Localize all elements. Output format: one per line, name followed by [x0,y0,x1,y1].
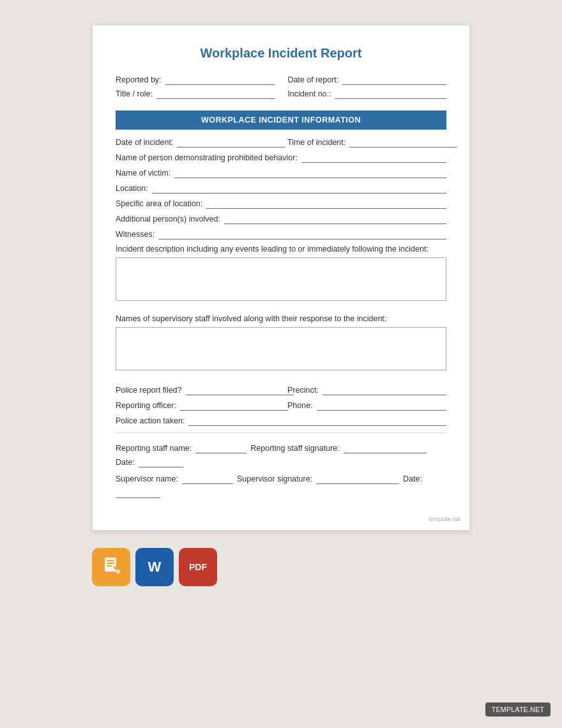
incident-no-input[interactable] [335,89,446,99]
staff-name-label: Reporting staff name: [116,444,192,453]
divider [116,432,446,433]
date-of-report-input[interactable] [342,75,446,85]
police-filed-row: Police report filed? Precinct: [116,385,446,395]
witnesses-label: Witnesses: [116,230,155,239]
officer-input[interactable] [180,400,288,411]
officer-label: Reporting officer: [116,401,176,410]
police-action-row: Police action taken: [116,416,446,426]
victim-label: Name of victim: [116,169,171,178]
supervisor-name-input[interactable] [182,474,233,484]
word-icon-button[interactable]: W [135,548,174,586]
police-filed-label: Police report filed? [116,386,182,395]
svg-rect-3 [107,565,112,566]
prohibited-behavior-row: Name of person demonstrating prohibited … [116,153,446,163]
additional-persons-label: Additional person(s) involved: [116,215,220,224]
time-incident-input[interactable] [349,137,457,148]
header-right: Date of report: Incident no.: [287,75,446,103]
phone-right: Phone: [287,400,446,411]
reported-by-row: Reported by: [116,75,275,85]
title-role-label: Title / role: [116,89,153,98]
section-header: WORKPLACE INCIDENT INFORMATION [116,110,446,130]
officer-phone-row: Reporting officer: Phone: [116,400,446,411]
police-action-input[interactable] [188,416,446,426]
reported-by-input[interactable] [165,75,275,85]
document-title: Workplace Incident Report [116,46,446,61]
phone-input[interactable] [317,400,446,411]
staff-sig-label: Reporting staff signature: [250,444,339,453]
date-of-report-label: Date of report: [287,75,338,84]
reported-by-label: Reported by: [116,75,162,84]
officer-left: Reporting officer: [116,400,281,411]
template-badge: TEMPLATE.NET [485,702,551,717]
date-incident-label: Date of incident: [116,138,173,147]
supervisor-date-input[interactable] [116,488,160,498]
staff-sig-input[interactable] [344,443,427,453]
precinct-right: Precinct: [287,385,446,395]
word-icon: W [148,559,162,575]
header-fields: Reported by: Title / role: Date of repor… [116,75,446,103]
specific-area-label: Specific area of location: [116,199,202,208]
date-incident-input[interactable] [177,137,285,148]
supervisor-name-label: Supervisor name: [116,474,178,483]
location-label: Location: [116,184,148,193]
staff-sig-row: Reporting staff name: Reporting staff si… [116,443,446,467]
svg-rect-1 [107,560,114,561]
header-left: Reported by: Title / role: [116,75,275,103]
pdf-icon: PDF [189,562,207,572]
svg-rect-2 [107,563,114,564]
title-role-row: Title / role: [116,89,275,99]
supervisory-staff-textarea[interactable] [116,327,446,370]
location-input[interactable] [152,183,446,193]
pages-icon-button[interactable]: ✎ [92,548,130,586]
staff-name-input[interactable] [195,443,247,453]
svg-text:✎: ✎ [117,570,119,573]
supervisor-sig-label: Supervisor signature: [237,474,312,483]
supervisor-sig-input[interactable] [316,474,399,484]
pdf-icon-button[interactable]: PDF [179,548,217,586]
supervisor-date-label: Date: [403,474,422,483]
time-incident-label: Time of incident: [287,138,346,147]
police-action-label: Police action taken: [116,416,185,425]
svg-rect-0 [105,557,116,572]
staff-date-input[interactable] [139,457,183,467]
page-wrapper: Workplace Incident Report Reported by: T… [0,0,562,599]
date-left: Date of incident: [116,137,281,148]
incident-no-label: Incident no.: [287,89,331,98]
specific-area-row: Specific area of location: [116,199,446,209]
precinct-input[interactable] [323,385,446,395]
police-filed-input[interactable] [186,385,294,395]
police-section: Police report filed? Precinct: Reporting… [116,385,446,426]
date-time-row: Date of incident: Time of incident: [116,137,446,148]
supervisor-sig-row: Supervisor name: Supervisor signature: D… [116,474,446,498]
pages-icon: ✎ [102,556,121,579]
specific-area-input[interactable] [206,199,446,209]
additional-persons-input[interactable] [224,214,446,224]
staff-date-label: Date: [116,458,135,467]
incident-desc-label: Incident description including any event… [116,245,446,254]
title-role-input[interactable] [156,89,275,99]
victim-row: Name of victim: [116,168,446,178]
phone-label: Phone: [287,401,313,410]
date-of-report-row: Date of report: [287,75,446,85]
precinct-label: Precinct: [287,386,319,395]
victim-input[interactable] [174,168,446,178]
time-right: Time of incident: [287,137,453,148]
watermark: template.net [429,516,460,522]
document: Workplace Incident Report Reported by: T… [93,26,469,530]
incident-no-row: Incident no.: [287,89,446,99]
additional-persons-row: Additional person(s) involved: [116,214,446,224]
prohibited-behavior-input[interactable] [301,153,446,163]
location-row: Location: [116,183,446,193]
witnesses-input[interactable] [158,229,446,239]
witnesses-row: Witnesses: [116,229,446,239]
signature-section: Reporting staff name: Reporting staff si… [116,443,446,498]
bottom-icons: ✎ W PDF [92,548,217,586]
police-filed-left: Police report filed? [116,385,281,395]
supervisory-staff-label: Names of supervisory staff involved alon… [116,314,446,323]
incident-desc-textarea[interactable] [116,257,446,301]
prohibited-behavior-label: Name of person demonstrating prohibited … [116,153,298,162]
